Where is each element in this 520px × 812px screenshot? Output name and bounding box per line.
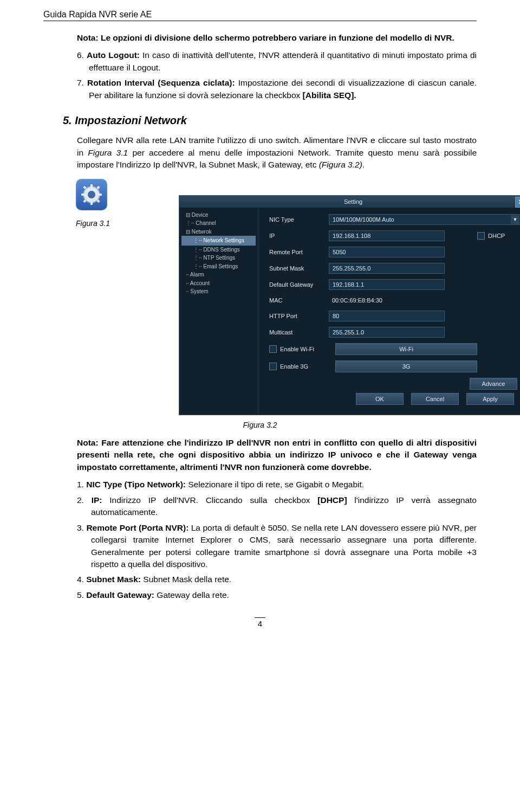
- input-http-port[interactable]: 80: [329, 311, 445, 321]
- item-auto-logout: 6. Auto Logout: In caso di inattività de…: [77, 49, 477, 74]
- settings-form: NIC Type 10M/100M/1000M Auto▼ IP 192.168…: [258, 208, 520, 415]
- svg-point-1: [88, 191, 95, 198]
- tree-device[interactable]: ⊟ Device: [181, 211, 256, 220]
- input-default-gateway[interactable]: 192.168.1.1: [329, 279, 445, 290]
- item-subnet-mask: 4. Subnet Mask: Subnet Mask della rete.: [77, 573, 477, 585]
- network-intro-paragraph: Collegare NVR alla rete LAN tramite l'ut…: [77, 134, 477, 171]
- options-continued-list: 6. Auto Logout: In caso di inattività de…: [77, 49, 477, 101]
- wifi-button[interactable]: Wi-Fi: [335, 343, 477, 355]
- svg-rect-5: [99, 194, 102, 196]
- tree-ddns-settings[interactable]: ⋮·· DDNS Settings: [181, 246, 256, 254]
- label-rotation: Rotation Interval (Sequenza ciclata):: [87, 78, 235, 87]
- header-rule: [43, 21, 477, 21]
- text-subnet: Subnet Mask della rete.: [141, 575, 231, 584]
- marker-3: 3.: [77, 523, 84, 532]
- marker-2: 2.: [77, 495, 84, 505]
- item-default-gateway: 5. Default Gateway: Gateway della rete.: [77, 589, 477, 601]
- page-number: 4: [255, 617, 265, 628]
- item-rotation-interval: 7. Rotation Interval (Sequenza ciclata):…: [77, 77, 477, 101]
- ref-fig-3-2: (Figura 3.2): [319, 160, 362, 169]
- tree-channel[interactable]: ⋮·· Channel: [181, 219, 256, 228]
- settings-gear-icon: [76, 179, 107, 210]
- settings-window: Setting ✕ ⊟ Device ⋮·· Channel ⊟ Netwrok…: [179, 195, 520, 415]
- label-http-port: HTTP Port: [269, 313, 329, 319]
- label-remote-port: Remote Port: [269, 249, 329, 255]
- cancel-button[interactable]: Cancel: [411, 393, 459, 405]
- input-multicast[interactable]: 255.255.1.0: [329, 327, 445, 338]
- select-nic-type[interactable]: 10M/100M/1000M Auto▼: [329, 214, 520, 225]
- text-auto-logout: In caso di inattività dell'utente, l'NVR…: [89, 50, 477, 72]
- label-dhcp: DHCP: [488, 233, 505, 239]
- label-multicast: Multicast: [269, 329, 329, 336]
- checkbox-enable-wifi[interactable]: [269, 345, 277, 353]
- svg-rect-4: [81, 194, 84, 196]
- figure-3-2-caption: Figura 3.2: [43, 421, 477, 429]
- network-params-list: 1. NIC Type (Tipo Network): Selezionare …: [77, 479, 477, 601]
- label-remote-port-li: Remote Port (Porta NVR):: [86, 523, 188, 532]
- settings-tree: ⊟ Device ⋮·· Channel ⊟ Netwrok ⋮·· Netwo…: [179, 208, 258, 415]
- marker-1: 1.: [77, 480, 84, 489]
- item-nic-type: 1. NIC Type (Tipo Network): Selezionare …: [77, 479, 477, 491]
- label-auto-logout: Auto Logout:: [87, 50, 140, 60]
- checkbox-enable-3g[interactable]: [269, 363, 277, 370]
- marker-7: 7.: [77, 78, 84, 87]
- tree-network-settings[interactable]: ⋮·· Network Settings: [181, 236, 256, 246]
- ref-fig-3-1: Figura 3.1: [88, 148, 128, 157]
- para1-b: per accedere al menu delle impostazioni …: [77, 148, 477, 169]
- tree-network[interactable]: ⊟ Netwrok: [181, 228, 256, 236]
- item-remote-port: 3. Remote Port (Porta NVR): La porta di …: [77, 522, 477, 571]
- label-nic: NIC Type (Tipo Network):: [86, 480, 186, 489]
- label-default-gateway: Default Gateway: [269, 281, 329, 288]
- label-ip: IP: [269, 233, 329, 239]
- input-subnet-mask[interactable]: 255.255.255.0: [329, 263, 445, 274]
- settings-title: Setting: [344, 198, 362, 205]
- item-ip: 2. IP: Indirizzo IP dell'NVR. Cliccando …: [77, 494, 477, 519]
- tree-system[interactable]: ·· System: [181, 287, 256, 296]
- label-nic-type: NIC Type: [269, 216, 329, 223]
- marker-5: 5.: [77, 590, 84, 600]
- settings-titlebar: Setting ✕: [179, 196, 520, 208]
- label-subnet-mask: Subnet Mask: [269, 265, 329, 272]
- text-nic: Selezionare il tipo di rete, se Gigabit …: [186, 480, 364, 489]
- label-mac: MAC: [269, 297, 329, 304]
- advance-button[interactable]: Advance: [470, 378, 517, 390]
- tree-ntp-settings[interactable]: ⋮·· NTP Settings: [181, 254, 256, 262]
- text-gateway: Gateway della rete.: [154, 590, 229, 600]
- apply-button[interactable]: Apply: [466, 393, 514, 405]
- value-mac: 00:0C:69:E8:B4:30: [329, 295, 444, 305]
- label-abilita-seq: [Abilita SEQ].: [303, 91, 356, 100]
- close-icon[interactable]: ✕: [515, 197, 520, 208]
- section-5-num: 5.: [63, 114, 72, 126]
- section-5-title: Impostazioni Network: [75, 114, 187, 126]
- section-5-heading: 5. Impostazioni Network: [63, 114, 477, 127]
- tree-email-settings[interactable]: ⋮·· Email Settings: [181, 262, 256, 271]
- input-remote-port[interactable]: 5050: [329, 247, 445, 257]
- tree-alarm[interactable]: ·· Alarm: [181, 270, 256, 279]
- svg-rect-2: [90, 184, 93, 188]
- label-subnet-li: Subnet Mask:: [86, 575, 141, 584]
- para1-c: .: [362, 160, 365, 169]
- ok-button[interactable]: OK: [356, 393, 404, 405]
- text-ip-a: Indirizzo IP dell'NVR. Cliccando sulla c…: [102, 495, 318, 505]
- checkbox-dhcp[interactable]: [477, 232, 485, 240]
- input-ip[interactable]: 192.168.1.108: [329, 230, 445, 241]
- page-header: Guida Rapida NVR serie AE: [43, 10, 477, 20]
- label-ip-li: IP:: [92, 495, 102, 505]
- marker-4: 4.: [77, 575, 84, 584]
- label-enable-3g: Enable 3G: [280, 363, 308, 370]
- label-enable-wifi: Enable Wi-Fi: [280, 346, 314, 352]
- note-screen-split: Nota: Le opzioni di divisione dello sche…: [77, 32, 477, 44]
- svg-rect-3: [90, 202, 93, 205]
- note-ip-conflict: Nota: Fare attenzione che l'indirizzo IP…: [77, 437, 477, 473]
- figure-3-1-caption: Figura 3.1: [76, 219, 110, 228]
- label-dhcp-li: [DHCP]: [317, 495, 347, 505]
- chevron-down-icon: ▼: [511, 215, 519, 224]
- tree-account[interactable]: ·· Account: [181, 279, 256, 288]
- label-gateway-li: Default Gateway:: [86, 590, 154, 600]
- marker-6: 6.: [77, 50, 84, 60]
- 3g-button[interactable]: 3G: [335, 360, 477, 372]
